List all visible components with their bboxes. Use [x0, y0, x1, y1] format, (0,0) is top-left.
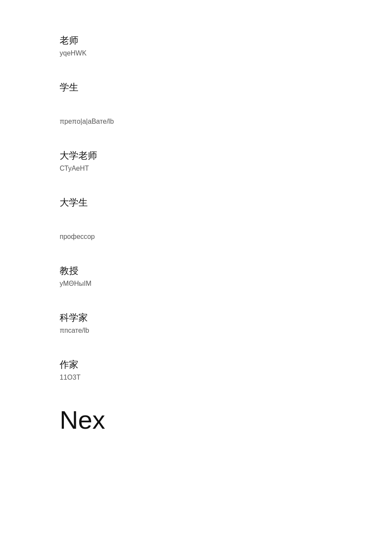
nex-section: Nex: [60, 405, 392, 435]
entry-student-small: 学生: [60, 81, 392, 94]
entry-professor-cn: 教授 уМΘНыIM: [60, 264, 392, 288]
chinese-student-small: 学生: [60, 81, 392, 94]
trans-prepodavate: πреπо|а|аВате/lb: [60, 118, 392, 125]
trans-teacher: yqeHWK: [60, 49, 392, 57]
entry-univ-teacher: 大学老师 СТуАеНТ: [60, 149, 392, 172]
trans-univ-teacher: СТуАеНТ: [60, 165, 392, 172]
entry-prepodavate: πреπо|а|аВате/lb: [60, 118, 392, 125]
entry-teacher: 老师 yqeHWK: [60, 34, 392, 57]
main-content: 老师 yqeHWK 学生 πреπо|а|аВате/lb 大学老师 СТуАе…: [0, 0, 392, 493]
entry-scientist: 科学家 πпсате/lb: [60, 311, 392, 334]
trans-scientist: πпсате/lb: [60, 327, 392, 334]
chinese-teacher: 老师: [60, 34, 392, 47]
entry-professor-ru: профессор: [60, 233, 392, 241]
entry-writer: 作家 11О3Т: [60, 358, 392, 381]
chinese-univ-teacher: 大学老师: [60, 149, 392, 162]
trans-professor-ru: профессор: [60, 233, 392, 241]
chinese-professor-cn: 教授: [60, 264, 392, 277]
chinese-writer: 作家: [60, 358, 392, 371]
trans-professor-cn: уМΘНыIM: [60, 280, 392, 288]
chinese-univ-student: 大学生: [60, 196, 392, 209]
entry-univ-student: 大学生: [60, 196, 392, 209]
chinese-scientist: 科学家: [60, 311, 392, 324]
trans-writer: 11О3Т: [60, 374, 392, 381]
nex-label: Nex: [60, 405, 392, 435]
